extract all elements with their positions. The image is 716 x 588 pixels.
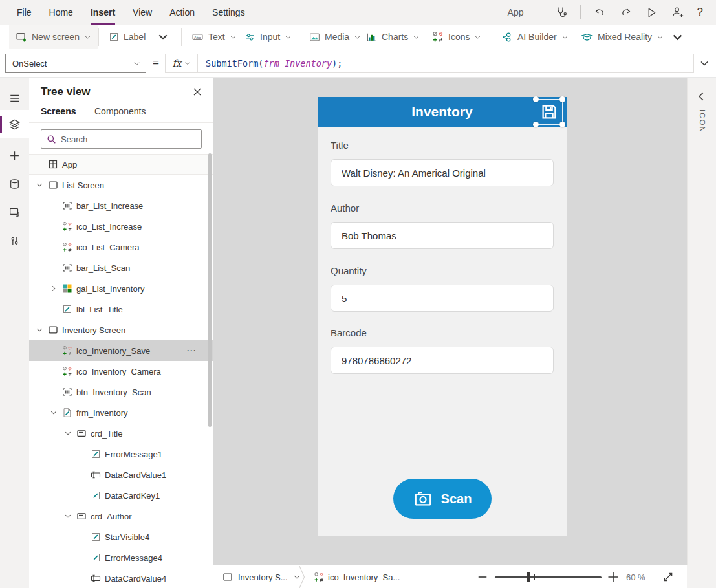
tree-item-control[interactable]: DataCardValue4 <box>29 568 213 588</box>
app-header-bar[interactable]: Inventory <box>318 97 567 127</box>
tree-item-control[interactable]: ico_List_Increase <box>29 216 213 237</box>
media-rail-icon[interactable] <box>0 199 29 225</box>
tree-item-form[interactable]: frm_Inventory <box>29 402 213 423</box>
field-label-quantity: Quantity <box>331 265 367 276</box>
tree-item-control[interactable]: ico_List_Camera <box>29 237 213 257</box>
selected-control-breadcrumb[interactable]: ico_Inventory_Sa... <box>314 565 400 588</box>
quantity-input[interactable] <box>331 285 554 312</box>
fit-to-window-icon[interactable] <box>662 571 674 583</box>
help-icon[interactable]: ? <box>697 6 703 19</box>
label-button[interactable]: Label <box>109 25 146 49</box>
chevron-right-icon[interactable] <box>47 285 60 292</box>
share-person-add-icon[interactable] <box>671 6 684 19</box>
menu-settings[interactable]: Settings <box>212 0 245 25</box>
main-menu: File Home Insert View Action Settings <box>0 0 245 25</box>
tree-item-control[interactable]: ico_Inventory_Camera <box>29 361 213 382</box>
data-sources-icon[interactable] <box>0 171 29 197</box>
ribbon-overflow-chevron[interactable] <box>671 25 684 49</box>
screen-selector-dropdown[interactable]: Inventory S... <box>222 565 301 588</box>
tree-item-control[interactable]: bar_List_Increase <box>29 195 213 216</box>
tree-item-control[interactable]: ErrorMessage4 <box>29 547 213 568</box>
save-icon-selected[interactable] <box>536 99 563 125</box>
close-icon[interactable] <box>192 87 202 97</box>
media-menu-button[interactable]: Media <box>309 25 361 49</box>
tree-view-rail-button[interactable] <box>0 110 29 138</box>
chevron-down-icon[interactable] <box>32 181 46 189</box>
menu-home[interactable]: Home <box>49 0 73 25</box>
chevron-left-icon[interactable] <box>695 91 707 102</box>
field-label-barcode: Barcode <box>331 327 367 338</box>
formula-expand-chevron-icon[interactable] <box>699 58 710 69</box>
chevron-down-icon <box>285 34 292 41</box>
text-menu-button[interactable]: Text <box>191 25 237 49</box>
zoom-out-icon[interactable] <box>476 571 489 583</box>
author-input[interactable] <box>331 222 554 249</box>
tree-item-screen[interactable]: Inventory Screen <box>29 320 213 340</box>
insert-plus-icon[interactable] <box>0 142 29 168</box>
app-screen-preview[interactable]: Inventory Title Author Quantity Barcode … <box>318 97 567 536</box>
undo-icon[interactable] <box>594 6 607 19</box>
formula-code[interactable]: SubmitForm(frm_Inventory); <box>198 58 342 69</box>
zoom-slider-thumb[interactable] <box>527 572 530 582</box>
property-selector[interactable]: OnSelect <box>5 54 146 73</box>
chevron-down-icon <box>354 34 361 41</box>
tree-item-control-selected[interactable]: ico_Inventory_Save ⋯ <box>29 340 213 361</box>
chevron-down-icon[interactable] <box>32 326 46 334</box>
tree-item-control[interactable]: ErrorMessage1 <box>29 444 213 464</box>
formula-input[interactable]: fx SubmitForm(frm_Inventory); <box>165 54 694 73</box>
tab-screens[interactable]: Screens <box>41 106 76 123</box>
scan-button[interactable]: Scan <box>393 479 492 519</box>
chevron-down-icon <box>184 60 191 67</box>
ai-builder-menu-button[interactable]: AI Builder <box>502 25 569 49</box>
selection-handle[interactable] <box>533 122 539 127</box>
tree-item-control[interactable]: lbl_List_Title <box>29 299 213 320</box>
menu-view[interactable]: View <box>133 0 152 25</box>
chevron-down-icon[interactable] <box>61 430 74 437</box>
zoom-slider[interactable] <box>495 576 602 578</box>
label-split-chevron[interactable] <box>157 25 169 49</box>
tree-item-control[interactable]: DataCardValue1 <box>29 464 213 485</box>
search-input[interactable] <box>61 135 184 144</box>
more-options-icon[interactable]: ⋯ <box>186 345 197 356</box>
input-menu-button[interactable]: Input <box>244 25 292 49</box>
tree-item-control[interactable]: DataCardKey1 <box>29 485 213 506</box>
fx-selector[interactable]: fx <box>166 54 198 72</box>
icons-menu-button[interactable]: Icons <box>432 25 481 49</box>
mixed-reality-menu-button[interactable]: Mixed Reality <box>581 25 664 49</box>
title-input[interactable] <box>331 159 554 186</box>
tree-item-control[interactable]: StarVisible4 <box>29 527 213 547</box>
selection-handle[interactable] <box>559 96 565 102</box>
tree-item-control[interactable]: btn_Inventory_Scan <box>29 382 213 402</box>
menu-insert[interactable]: Insert <box>91 0 115 25</box>
tree-item-card[interactable]: crd_Author <box>29 506 213 527</box>
advanced-tools-icon[interactable] <box>0 228 29 254</box>
chevron-down-icon[interactable] <box>47 409 60 417</box>
selection-handle[interactable] <box>533 96 539 102</box>
tab-components[interactable]: Components <box>94 106 146 123</box>
tree-item-control[interactable]: gal_List_Inventory <box>29 278 213 299</box>
barcode-input[interactable] <box>331 347 554 374</box>
tree-item-control[interactable]: bar_List_Scan <box>29 257 213 278</box>
tree-item-app[interactable]: App <box>29 154 213 175</box>
scrollbar[interactable] <box>208 153 212 427</box>
tree-search-box[interactable] <box>41 129 202 149</box>
menu-action[interactable]: Action <box>169 0 195 25</box>
hamburger-menu-icon[interactable] <box>0 85 29 111</box>
app-header-title[interactable]: Inventory <box>411 104 473 120</box>
redo-icon[interactable] <box>620 6 633 19</box>
tree-item-screen[interactable]: List Screen <box>29 175 213 195</box>
zoom-in-icon[interactable] <box>607 571 620 583</box>
app-scope-label[interactable]: App <box>508 7 524 17</box>
app-checker-icon[interactable] <box>554 6 567 19</box>
collapsed-panel-label[interactable]: ICON <box>699 109 706 129</box>
chevron-down-icon[interactable] <box>61 512 74 520</box>
design-canvas[interactable]: Inventory Title Author Quantity Barcode … <box>213 78 687 565</box>
label-icon <box>89 449 102 459</box>
menu-file[interactable]: File <box>17 0 32 25</box>
tree-item-card[interactable]: crd_Title <box>29 423 213 444</box>
selection-handle[interactable] <box>559 122 565 127</box>
card-icon <box>74 511 88 521</box>
charts-menu-button[interactable]: Charts <box>366 25 420 49</box>
new-screen-button[interactable]: New screen <box>9 25 98 49</box>
play-preview-icon[interactable] <box>645 6 658 19</box>
